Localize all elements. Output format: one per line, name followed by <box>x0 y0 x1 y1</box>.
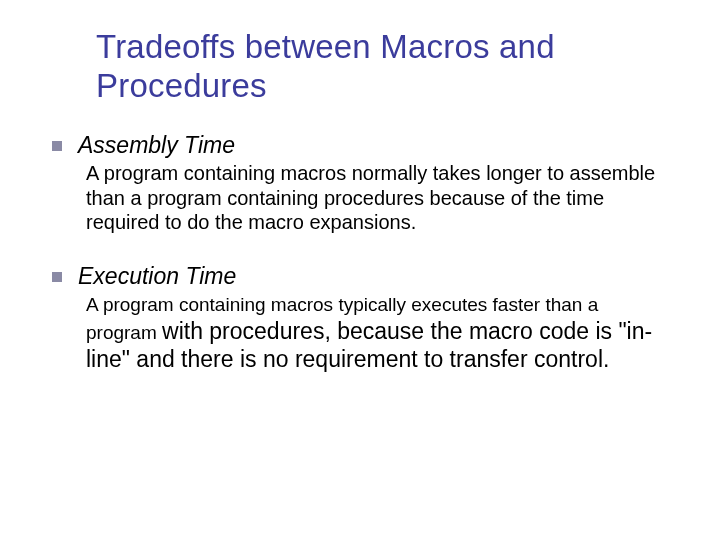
point-content: Assembly Time A program containing macro… <box>78 132 668 235</box>
square-bullet-icon <box>52 141 62 151</box>
point-heading: Assembly Time <box>78 132 668 160</box>
square-bullet-icon <box>52 272 62 282</box>
point-body-part2: with procedures, because the macro code … <box>86 318 652 372</box>
point-content: Execution Time A program containing macr… <box>78 263 668 373</box>
bullet-point: Assembly Time A program containing macro… <box>52 132 668 235</box>
slide-title: Tradeoffs between Macros and Procedures <box>96 28 668 106</box>
bullet-point: Execution Time A program containing macr… <box>52 263 668 373</box>
point-body: A program containing macros normally tak… <box>78 161 668 234</box>
point-heading: Execution Time <box>78 263 668 291</box>
point-body: A program containing macros typically ex… <box>78 292 668 372</box>
slide: Tradeoffs between Macros and Procedures … <box>0 0 720 540</box>
